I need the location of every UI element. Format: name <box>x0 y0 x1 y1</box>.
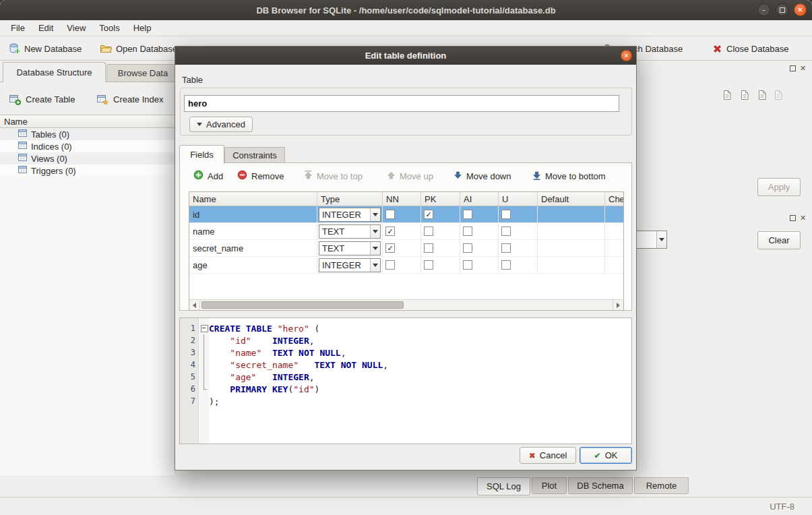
menu-tools[interactable]: Tools <box>92 21 126 35</box>
new-database-button[interactable]: New Database <box>4 39 86 58</box>
bottom-tab-remote[interactable]: Remote <box>634 477 689 494</box>
u-checkbox[interactable] <box>501 243 511 253</box>
nn-checkbox[interactable]: ✓ <box>385 226 395 236</box>
menu-edit[interactable]: Edit <box>32 21 60 35</box>
type-select[interactable]: INTEGER <box>319 208 381 222</box>
add-button[interactable]: Add <box>193 169 223 183</box>
menu-file[interactable]: File <box>4 21 32 35</box>
u-checkbox[interactable] <box>501 260 511 270</box>
bottom-tab-plot[interactable]: Plot <box>532 477 567 494</box>
column-header-type[interactable]: Type <box>317 192 383 206</box>
field-default[interactable] <box>538 240 605 256</box>
ok-button[interactable]: ✔OK <box>580 447 632 464</box>
type-select[interactable]: TEXT <box>319 224 381 239</box>
close-database-button[interactable]: Close Database <box>708 39 793 58</box>
dock-float-icon[interactable] <box>790 65 796 71</box>
field-check[interactable] <box>605 223 624 239</box>
column-header-default[interactable]: Default <box>538 192 605 206</box>
create-index-button[interactable]: Create Index <box>97 90 163 109</box>
column-header-check[interactable]: Check <box>605 192 624 206</box>
move-down-button[interactable]: Move down <box>454 169 511 183</box>
sql-code: 1CREATE TABLE "hero" (2 "id" INTEGER,3 "… <box>180 322 631 407</box>
field-row-secret-name[interactable]: secret_nameTEXT✓ <box>189 240 623 257</box>
cancel-button[interactable]: ✖Cancel <box>520 447 576 464</box>
field-default[interactable] <box>538 257 605 273</box>
field-check[interactable] <box>605 206 624 222</box>
field-check[interactable] <box>605 257 624 273</box>
menu-view[interactable]: View <box>60 21 92 35</box>
field-row-name[interactable]: nameTEXT✓ <box>189 223 623 240</box>
pk-checkbox[interactable]: ✓ <box>424 210 433 219</box>
pk-checkbox[interactable] <box>424 260 433 270</box>
tree-item-indices-0[interactable]: Indices (0) <box>0 140 175 152</box>
horizontal-scrollbar[interactable] <box>189 299 623 310</box>
remove-button[interactable]: Remove <box>237 169 284 183</box>
column-header-name[interactable]: Name <box>189 192 317 206</box>
dock-close-icon[interactable]: ✕ <box>800 65 806 72</box>
move-up-icon <box>387 171 396 182</box>
ai-checkbox[interactable] <box>463 210 472 219</box>
column-header-pk[interactable]: PK <box>421 192 460 206</box>
field-name[interactable]: age <box>189 257 317 273</box>
field-default[interactable] <box>538 206 605 222</box>
scroll-right-arrow[interactable] <box>613 300 623 310</box>
create-table-button[interactable]: Create Table <box>9 90 75 109</box>
u-checkbox[interactable] <box>501 210 511 219</box>
maximize-button[interactable] <box>776 3 788 16</box>
pk-checkbox[interactable] <box>424 243 433 253</box>
bottom-tab-sql-log[interactable]: SQL Log <box>477 477 530 495</box>
field-name[interactable]: name <box>189 223 317 239</box>
field-check[interactable] <box>605 240 624 256</box>
dialog-close-button[interactable]: ✕ <box>621 50 632 61</box>
nn-checkbox[interactable] <box>385 260 395 270</box>
field-row-age[interactable]: ageINTEGER <box>189 257 623 274</box>
field-row-id[interactable]: idINTEGER✓ <box>189 206 623 223</box>
column-header-nn[interactable]: NN <box>383 192 421 206</box>
clear-button[interactable]: Clear <box>757 231 801 249</box>
bottom-tab-db-schema[interactable]: DB Schema <box>568 477 633 494</box>
minimize-button[interactable]: – <box>757 3 770 16</box>
cell-editor-import-icon[interactable] <box>740 90 749 100</box>
tab-database-structure[interactable]: Database Structure <box>3 62 106 82</box>
cell-editor-text-icon[interactable] <box>722 90 732 100</box>
schema-tree: Tables (0)Indices (0)Views (0)Triggers (… <box>0 128 175 475</box>
column-header-u[interactable]: U <box>499 192 538 206</box>
dock-close-icon[interactable]: ✕ <box>800 214 806 222</box>
dialog-tab-fields[interactable]: Fields <box>179 145 224 164</box>
pk-checkbox[interactable] <box>424 226 433 236</box>
field-default[interactable] <box>538 223 605 239</box>
tree-item-triggers-0[interactable]: Triggers (0) <box>0 164 175 177</box>
table-name-input[interactable] <box>184 95 619 112</box>
type-select[interactable]: INTEGER <box>319 258 381 272</box>
tree-column-header[interactable]: Name <box>0 115 175 128</box>
dialog-titlebar[interactable]: Edit table definition ✕ <box>175 47 636 65</box>
move-up-button: Move up <box>387 169 433 183</box>
sql-preview[interactable]: 1CREATE TABLE "hero" (2 "id" INTEGER,3 "… <box>179 317 632 444</box>
open-database-icon <box>100 43 112 54</box>
move-to-bottom-button[interactable]: Move to bottom <box>532 169 606 183</box>
tree-item-tables-0[interactable]: Tables (0) <box>0 128 175 140</box>
type-select[interactable]: TEXT <box>319 241 381 255</box>
ai-checkbox[interactable] <box>463 243 472 253</box>
tree-item-views-0[interactable]: Views (0) <box>0 152 175 164</box>
ai-checkbox[interactable] <box>463 226 472 236</box>
triggers-0-icon <box>18 165 27 176</box>
tab-browse-data[interactable]: Browse Data <box>106 64 179 82</box>
field-name[interactable]: id <box>189 206 317 222</box>
menu-help[interactable]: Help <box>127 21 158 35</box>
advanced-button[interactable]: Advanced <box>189 117 253 132</box>
open-database-button[interactable]: Open Database <box>96 39 181 58</box>
nn-checkbox[interactable]: ✓ <box>385 243 395 253</box>
u-checkbox[interactable] <box>501 226 511 236</box>
column-header-ai[interactable]: AI <box>460 192 499 206</box>
nn-checkbox[interactable] <box>385 210 395 219</box>
close-window-button[interactable]: ✕ <box>794 3 807 16</box>
dialog-tab-constraints[interactable]: Constraints <box>224 147 285 163</box>
scroll-left-arrow[interactable] <box>189 300 200 310</box>
dock-float-icon[interactable] <box>790 215 796 221</box>
field-name[interactable]: secret_name <box>189 240 317 256</box>
cell-editor-export-icon[interactable] <box>757 90 767 100</box>
window-titlebar[interactable]: DB Browser for SQLite - /home/user/code/… <box>0 0 812 20</box>
ai-checkbox[interactable] <box>463 260 472 270</box>
scrollbar-thumb[interactable] <box>201 301 404 309</box>
